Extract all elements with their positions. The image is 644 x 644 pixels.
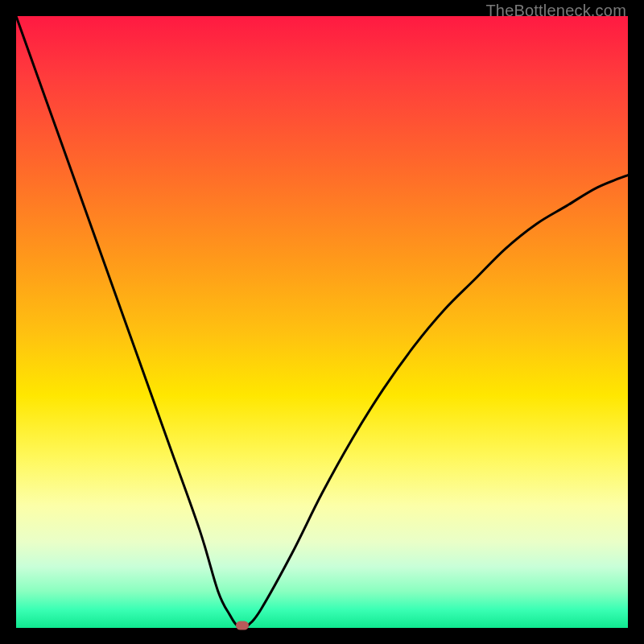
minimum-marker xyxy=(236,621,249,630)
chart-frame: TheBottleneck.com xyxy=(0,0,644,644)
plot-area xyxy=(16,16,628,628)
bottleneck-curve xyxy=(16,16,628,628)
